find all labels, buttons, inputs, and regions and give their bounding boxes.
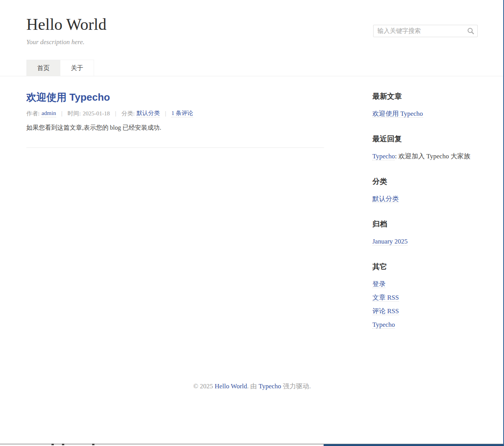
sidebar-section-categories: 分类 默认分类: [372, 177, 478, 203]
archive-link[interactable]: January 2025: [372, 238, 408, 245]
post-body: 如果您看到这篇文章,表示您的 blog 已经安装成功.: [26, 123, 324, 133]
meta-separator: |: [61, 110, 63, 117]
post: 欢迎使用 Typecho 作者: admin | 时间: 2025-01-18 …: [26, 91, 324, 133]
sidebar-section-recent-posts: 最新文章 欢迎使用 Typecho: [372, 92, 478, 118]
login-link[interactable]: 登录: [372, 280, 386, 288]
post-title: 欢迎使用 Typecho: [26, 91, 324, 103]
site-header: Hello World Your description here. 首页 关于: [0, 0, 504, 76]
author-label: 作者:: [26, 110, 39, 117]
nav-tab-home[interactable]: 首页: [26, 60, 60, 76]
sidebar-heading: 归档: [372, 220, 478, 228]
main-column: 欢迎使用 Typecho 作者: admin | 时间: 2025-01-18 …: [26, 76, 324, 148]
comments-link[interactable]: 1 条评论: [171, 109, 193, 117]
sidebar-section-misc: 其它 登录 文章 RSS 评论 RSS Typecho: [372, 262, 478, 329]
taskbar-icon-speck: [62, 444, 64, 445]
sidebar-heading: 最新文章: [372, 92, 478, 100]
sidebar-heading: 其它: [372, 262, 478, 271]
taskbar-icon-speck: [92, 444, 94, 445]
typecho-link[interactable]: Typecho: [372, 321, 395, 329]
list-item: 登录: [372, 280, 478, 288]
site-footer: © 2025 Hello World. 由 Typecho 强力驱动.: [26, 346, 478, 390]
meta-separator: |: [115, 110, 117, 117]
post-title-link[interactable]: 欢迎使用 Typecho: [26, 91, 110, 103]
time-label: 时间:: [68, 110, 81, 117]
comments-rss-link[interactable]: 评论 RSS: [372, 307, 399, 315]
list-item: 评论 RSS: [372, 307, 478, 316]
taskbar-highlight-bar: [324, 444, 504, 446]
sidebar: 最新文章 欢迎使用 Typecho 最近回复 Typecho: 欢迎加入 Typ…: [372, 76, 478, 346]
author-link[interactable]: admin: [41, 109, 56, 117]
post-date: 2025-01-18: [83, 110, 110, 117]
posts-rss-link[interactable]: 文章 RSS: [372, 294, 399, 302]
search-box: [373, 25, 478, 37]
footer-engine-link[interactable]: Typecho: [259, 383, 281, 390]
sidebar-heading: 分类: [372, 177, 478, 185]
copyright-text: © 2025: [193, 383, 213, 390]
recent-comment-author-link[interactable]: Typecho: [372, 153, 395, 160]
list-item: 默认分类: [372, 195, 478, 203]
search-icon[interactable]: [467, 27, 475, 35]
post-meta: 作者: admin | 时间: 2025-01-18 | 分类: 默认分类 | …: [26, 109, 324, 117]
footer-mid-text: . 由: [247, 383, 257, 390]
nav-tab-about[interactable]: 关于: [60, 60, 94, 76]
category-label: 分类:: [122, 110, 135, 117]
content-area: 欢迎使用 Typecho 作者: admin | 时间: 2025-01-18 …: [26, 76, 478, 346]
list-item: 文章 RSS: [372, 293, 478, 302]
search-input[interactable]: [373, 25, 478, 37]
recent-post-link[interactable]: 欢迎使用 Typecho: [372, 110, 423, 118]
post-divider: [26, 148, 324, 148]
category-link[interactable]: 默认分类: [372, 195, 399, 203]
footer-site-link[interactable]: Hello World: [215, 383, 247, 390]
main-nav: 首页 关于: [26, 60, 478, 76]
recent-comment-excerpt: : 欢迎加入 Typecho 大家族: [395, 153, 470, 160]
sidebar-section-archives: 归档 January 2025: [372, 220, 478, 246]
sidebar-heading: 最近回复: [372, 135, 478, 143]
category-link[interactable]: 默认分类: [137, 109, 160, 117]
list-item: 欢迎使用 Typecho: [372, 110, 478, 118]
list-item: Typecho: [372, 321, 478, 329]
meta-separator: |: [165, 110, 166, 117]
list-item: January 2025: [372, 237, 478, 246]
sidebar-section-recent-comments: 最近回复 Typecho: 欢迎加入 Typecho 大家族: [372, 135, 478, 161]
footer-suffix-text: 强力驱动.: [283, 383, 311, 390]
list-item: Typecho: 欢迎加入 Typecho 大家族: [372, 152, 478, 161]
site-description: Your description here.: [26, 38, 478, 46]
taskbar-icon-speck: [51, 444, 54, 445]
